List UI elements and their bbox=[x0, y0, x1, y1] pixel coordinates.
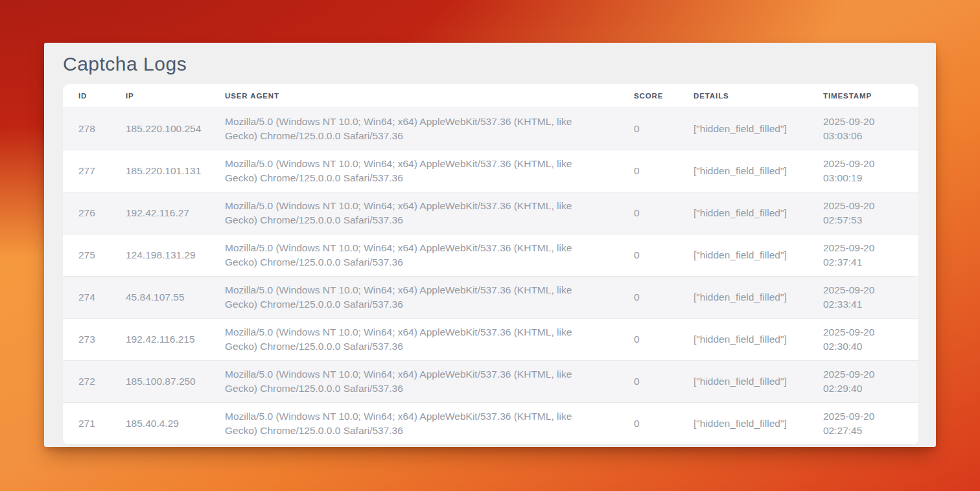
table-row: 276192.42.116.27Mozilla/5.0 (Windows NT … bbox=[63, 192, 918, 234]
cell-timestamp: 2025-09-20 02:57:53 bbox=[808, 192, 918, 234]
cell-score: 0 bbox=[618, 234, 678, 276]
cell-ip: 185.100.87.250 bbox=[110, 360, 209, 402]
table-row: 278185.220.100.254Mozilla/5.0 (Windows N… bbox=[63, 108, 918, 150]
cell-user_agent: Mozilla/5.0 (Windows NT 10.0; Win64; x64… bbox=[209, 276, 618, 318]
table-row: 273192.42.116.215Mozilla/5.0 (Windows NT… bbox=[63, 318, 918, 360]
page-background: Captcha Logs IDIPUSER AGENTSCOREDETAILST… bbox=[0, 0, 980, 491]
cell-ip: 192.42.116.27 bbox=[110, 192, 209, 234]
table-row: 27445.84.107.55Mozilla/5.0 (Windows NT 1… bbox=[63, 276, 918, 318]
cell-timestamp: 2025-09-20 02:30:40 bbox=[808, 318, 918, 360]
cell-score: 0 bbox=[618, 402, 678, 444]
cell-details: ["hidden_field_filled"] bbox=[678, 276, 808, 318]
column-header-details: DETAILS bbox=[678, 84, 808, 108]
cell-user_agent: Mozilla/5.0 (Windows NT 10.0; Win64; x64… bbox=[209, 402, 618, 444]
cell-ip: 192.42.116.215 bbox=[110, 318, 209, 360]
cell-id: 271 bbox=[63, 402, 110, 444]
cell-id: 273 bbox=[63, 318, 110, 360]
captcha-logs-card: Captcha Logs IDIPUSER AGENTSCOREDETAILST… bbox=[44, 43, 936, 447]
table-row: 271185.40.4.29Mozilla/5.0 (Windows NT 10… bbox=[63, 402, 918, 444]
cell-user_agent: Mozilla/5.0 (Windows NT 10.0; Win64; x64… bbox=[209, 234, 618, 276]
cell-score: 0 bbox=[618, 318, 678, 360]
column-header-id: ID bbox=[63, 84, 110, 108]
cell-user_agent: Mozilla/5.0 (Windows NT 10.0; Win64; x64… bbox=[209, 150, 618, 192]
cell-ip: 45.84.107.55 bbox=[110, 276, 209, 318]
cell-timestamp: 2025-09-20 03:03:06 bbox=[808, 108, 918, 150]
table-header-row: IDIPUSER AGENTSCOREDETAILSTIMESTAMP bbox=[63, 84, 918, 108]
cell-user_agent: Mozilla/5.0 (Windows NT 10.0; Win64; x64… bbox=[209, 108, 618, 150]
page-title: Captcha Logs bbox=[63, 53, 918, 75]
cell-user_agent: Mozilla/5.0 (Windows NT 10.0; Win64; x64… bbox=[209, 192, 618, 234]
cell-user_agent: Mozilla/5.0 (Windows NT 10.0; Win64; x64… bbox=[209, 360, 618, 402]
cell-details: ["hidden_field_filled"] bbox=[678, 402, 808, 444]
cell-timestamp: 2025-09-20 02:29:40 bbox=[808, 360, 918, 402]
cell-details: ["hidden_field_filled"] bbox=[678, 108, 808, 150]
cell-details: ["hidden_field_filled"] bbox=[678, 360, 808, 402]
column-header-score: SCORE bbox=[618, 84, 678, 108]
column-header-ip: IP bbox=[110, 84, 209, 108]
cell-details: ["hidden_field_filled"] bbox=[678, 192, 808, 234]
cell-timestamp: 2025-09-20 02:37:41 bbox=[808, 234, 918, 276]
cell-id: 275 bbox=[63, 234, 110, 276]
logs-table: IDIPUSER AGENTSCOREDETAILSTIMESTAMP 2781… bbox=[63, 84, 918, 445]
cell-score: 0 bbox=[618, 276, 678, 318]
logs-table-container: IDIPUSER AGENTSCOREDETAILSTIMESTAMP 2781… bbox=[63, 84, 918, 445]
cell-score: 0 bbox=[618, 150, 678, 192]
table-row: 272185.100.87.250Mozilla/5.0 (Windows NT… bbox=[63, 360, 918, 402]
cell-ip: 124.198.131.29 bbox=[110, 234, 209, 276]
table-header: IDIPUSER AGENTSCOREDETAILSTIMESTAMP bbox=[63, 84, 918, 108]
cell-id: 276 bbox=[63, 192, 110, 234]
cell-timestamp: 2025-09-20 02:27:45 bbox=[808, 402, 918, 444]
column-header-user_agent: USER AGENT bbox=[209, 84, 618, 108]
cell-id: 278 bbox=[63, 108, 110, 150]
table-row: 275124.198.131.29Mozilla/5.0 (Windows NT… bbox=[63, 234, 918, 276]
cell-id: 277 bbox=[63, 150, 110, 192]
table-body: 278185.220.100.254Mozilla/5.0 (Windows N… bbox=[63, 108, 918, 444]
table-row: 277185.220.101.131Mozilla/5.0 (Windows N… bbox=[63, 150, 918, 192]
cell-timestamp: 2025-09-20 03:00:19 bbox=[808, 150, 918, 192]
column-header-timestamp: TIMESTAMP bbox=[808, 84, 918, 108]
cell-details: ["hidden_field_filled"] bbox=[678, 234, 808, 276]
cell-timestamp: 2025-09-20 02:33:41 bbox=[808, 276, 918, 318]
cell-score: 0 bbox=[618, 108, 678, 150]
cell-ip: 185.220.101.131 bbox=[110, 150, 209, 192]
cell-ip: 185.40.4.29 bbox=[110, 402, 209, 444]
cell-id: 272 bbox=[63, 360, 110, 402]
cell-score: 0 bbox=[618, 360, 678, 402]
cell-details: ["hidden_field_filled"] bbox=[678, 318, 808, 360]
cell-user_agent: Mozilla/5.0 (Windows NT 10.0; Win64; x64… bbox=[209, 318, 618, 360]
cell-score: 0 bbox=[618, 192, 678, 234]
cell-ip: 185.220.100.254 bbox=[110, 108, 209, 150]
cell-id: 274 bbox=[63, 276, 110, 318]
cell-details: ["hidden_field_filled"] bbox=[678, 150, 808, 192]
